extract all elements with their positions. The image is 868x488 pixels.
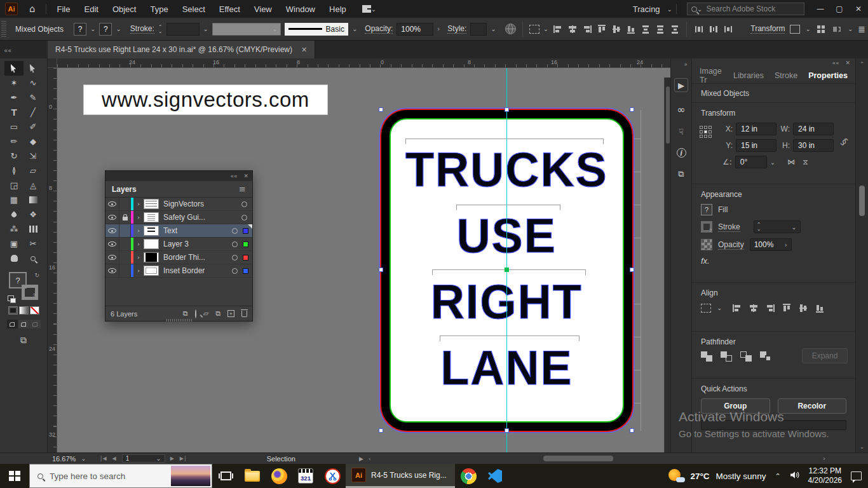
- new-layer-icon[interactable]: +: [227, 310, 234, 317]
- selection-tool[interactable]: [4, 61, 24, 76]
- menu-effect[interactable]: Effect: [212, 4, 247, 14]
- tab-stroke[interactable]: Stroke: [775, 71, 797, 80]
- distribute-hspace-center-button[interactable]: [708, 24, 719, 34]
- shaper-tool[interactable]: ✏: [4, 134, 24, 149]
- close-panel-icon[interactable]: ✕: [243, 173, 248, 179]
- panel-scrollbar[interactable]: ⌃ ⌄: [855, 58, 868, 452]
- chevron-down-icon[interactable]: ⌄: [116, 25, 121, 32]
- tab-image-trace[interactable]: Image Tr: [700, 67, 722, 85]
- target-circle[interactable]: [241, 201, 247, 207]
- layer-row[interactable]: › Border Thi...: [105, 251, 252, 264]
- bounding-box-icon[interactable]: [529, 25, 539, 34]
- menu-view[interactable]: View: [247, 4, 279, 14]
- selection-handle[interactable]: [630, 428, 634, 433]
- align-right-button[interactable]: [764, 302, 775, 313]
- align-center-button[interactable]: [748, 302, 759, 313]
- reference-point-selector[interactable]: [700, 126, 712, 138]
- blend-tool[interactable]: ❖: [24, 207, 43, 222]
- illustrator-taskbar-button[interactable]: Ai R4-5 Trucks use Rig...: [346, 464, 455, 488]
- swap-fill-stroke-icon[interactable]: ↻: [34, 272, 39, 278]
- stroke-weight-dropdown[interactable]: ⌃⌄ ⌄: [754, 220, 801, 233]
- gradient-tool[interactable]: [24, 193, 43, 207]
- tracing-dropdown[interactable]: Tracing: [626, 4, 667, 14]
- make-mask-icon[interactable]: ▱: [203, 309, 208, 318]
- default-fill-stroke-icon[interactable]: [8, 295, 14, 301]
- panel-menu-icon[interactable]: ≡: [239, 184, 246, 194]
- flip-horizontal-icon[interactable]: ⋈: [787, 158, 795, 166]
- opacity-label[interactable]: Opacity: [718, 240, 744, 250]
- draw-behind-mode[interactable]: [18, 320, 29, 329]
- width-tool[interactable]: ≬: [4, 163, 24, 178]
- first-artboard-icon[interactable]: |◀: [100, 456, 107, 461]
- slice-tool[interactable]: ✂: [24, 236, 43, 251]
- chevron-down-icon[interactable]: ⌄: [90, 25, 95, 32]
- isolate-icon[interactable]: [832, 24, 843, 34]
- layer-name[interactable]: Inset Border: [163, 266, 232, 275]
- align-right-button[interactable]: [581, 24, 592, 34]
- lasso-tool[interactable]: ∿: [24, 76, 43, 90]
- transform-icon[interactable]: [790, 25, 800, 34]
- firefox-button[interactable]: [266, 464, 292, 488]
- visibility-toggle[interactable]: [105, 264, 119, 277]
- distribute-center-button[interactable]: [654, 24, 665, 34]
- canvas-vertical-scrollbar[interactable]: [664, 78, 670, 452]
- export-panel-icon[interactable]: ⧉: [678, 169, 684, 179]
- selection-handle[interactable]: [630, 268, 634, 272]
- new-sublayer-icon[interactable]: ⧉: [215, 309, 220, 318]
- direct-selection-tool[interactable]: [24, 61, 43, 76]
- quick-actions-search[interactable]: [701, 420, 846, 430]
- target-circle[interactable]: [241, 215, 247, 220]
- chevron-right-icon[interactable]: ›: [437, 25, 440, 32]
- link-panel-icon[interactable]: ∞: [677, 104, 685, 116]
- home-icon[interactable]: ⌂: [23, 3, 42, 15]
- toolbar-panel-icon[interactable]: ▶: [674, 78, 688, 92]
- menu-type[interactable]: Type: [143, 4, 175, 14]
- target-circle[interactable]: [232, 228, 238, 234]
- gradient-button[interactable]: [19, 306, 29, 315]
- h-field[interactable]: 30 in: [793, 139, 834, 152]
- expand-dock-icon[interactable]: »: [684, 61, 688, 67]
- shape-modes-icon[interactable]: [816, 24, 827, 34]
- variable-width-profile-dropdown[interactable]: ⌄: [212, 23, 281, 36]
- close-panel-icon[interactable]: ✕: [845, 60, 850, 66]
- lock-toggle[interactable]: [119, 251, 131, 264]
- close-tab-icon[interactable]: ✕: [301, 46, 307, 54]
- draw-normal-mode[interactable]: [7, 320, 18, 329]
- expand-layer-icon[interactable]: ›: [133, 268, 144, 274]
- distribute-hspace-left-button[interactable]: [693, 24, 704, 34]
- align-to-selector-icon[interactable]: [701, 304, 711, 313]
- align-top-button[interactable]: [781, 302, 792, 313]
- expand-layer-icon[interactable]: ›: [133, 201, 144, 207]
- type-tool[interactable]: T: [4, 105, 24, 119]
- flip-vertical-icon[interactable]: ⧖: [803, 158, 808, 166]
- artboard-tool[interactable]: ▣: [4, 236, 24, 251]
- layer-name[interactable]: SignVectors: [163, 200, 241, 208]
- y-field[interactable]: 15 in: [736, 139, 776, 152]
- canvas-horizontal-scrollbar[interactable]: [543, 456, 613, 461]
- panel-menu-icon[interactable]: ≣: [858, 24, 865, 34]
- paintbrush-tool[interactable]: ✐: [24, 119, 43, 134]
- visibility-toggle[interactable]: [105, 211, 119, 224]
- distribute-hspace-right-button[interactable]: [722, 24, 733, 34]
- chevron-down-icon[interactable]: ⌄: [543, 25, 548, 32]
- search-highlight-image[interactable]: [171, 466, 210, 486]
- chevron-down-icon[interactable]: ⌄: [371, 6, 376, 13]
- fill-swatch[interactable]: ?: [701, 204, 712, 215]
- rectangle-tool[interactable]: ▭: [4, 119, 24, 134]
- document-setup-globe-icon[interactable]: [505, 24, 516, 34]
- align-center-button[interactable]: [567, 24, 578, 34]
- color-button[interactable]: [8, 306, 18, 315]
- chevron-down-icon[interactable]: ⌄: [805, 25, 810, 32]
- layer-name[interactable]: Text: [163, 226, 232, 235]
- rotate-tool[interactable]: ↻: [4, 149, 24, 163]
- start-button[interactable]: [0, 464, 29, 488]
- touch-panel-icon[interactable]: ☟: [679, 127, 684, 137]
- align-bottom-button[interactable]: [625, 24, 636, 34]
- layer-thumbnail[interactable]: [144, 212, 159, 222]
- collapse-toolbar-icon[interactable]: ««: [0, 47, 48, 58]
- eraser-tool[interactable]: ◆: [24, 134, 43, 149]
- chevron-down-icon[interactable]: ⌄: [81, 455, 86, 462]
- expand-layer-icon[interactable]: ›: [133, 241, 144, 247]
- stroke-swatch[interactable]: ?: [22, 285, 38, 300]
- visibility-toggle[interactable]: [105, 238, 119, 250]
